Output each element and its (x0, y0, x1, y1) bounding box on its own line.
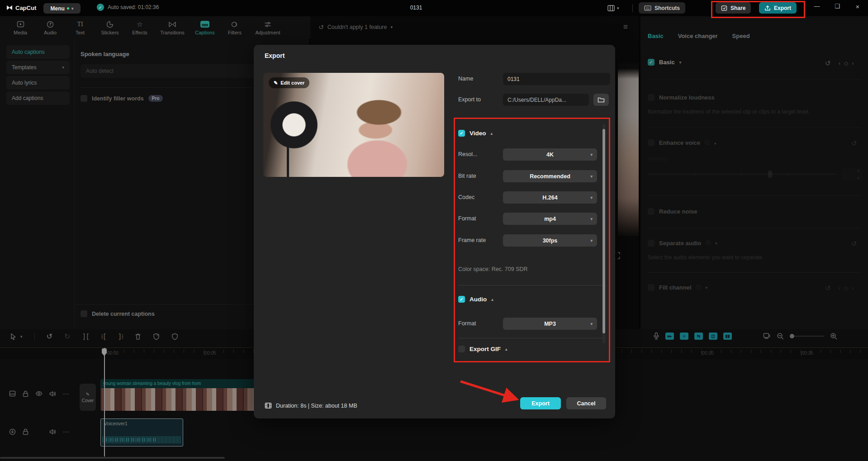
video-checkbox[interactable]: ✓ (458, 130, 465, 137)
audio-checkbox[interactable]: ✓ (458, 296, 465, 303)
export-gif-label: Export GIF (470, 346, 501, 352)
divider (458, 338, 607, 338)
capcut-logo-icon (5, 4, 14, 12)
project-title: 0131 (366, 5, 466, 11)
film-icon (265, 402, 272, 409)
keyboard-icon (644, 5, 651, 11)
name-input[interactable] (503, 73, 610, 85)
framerate-label: Frame rate (458, 237, 486, 243)
resolution-value: 4K (546, 152, 554, 158)
codec-value: H.264 (542, 195, 557, 201)
shortcuts-button[interactable]: Shortcuts (639, 2, 685, 14)
video-section-label: Video (470, 130, 486, 137)
menu-notification-dot (67, 7, 69, 10)
dialog-scrollbar[interactable] (602, 124, 605, 343)
bitrate-label: Bit rate (458, 173, 476, 179)
autosave-label: Auto saved: 01:02:36 (108, 4, 159, 10)
autosave-status: ✓ Auto saved: 01:02:36 (97, 4, 159, 11)
export-path-input[interactable] (503, 94, 589, 106)
ringlight-stand (287, 135, 289, 177)
chevron-down-icon: ▾ (590, 238, 593, 243)
chevron-down-icon: ▾ (71, 6, 74, 11)
format-value: mp4 (544, 216, 556, 222)
maximize-button[interactable]: ❑ (831, 3, 843, 10)
title-bar: CapCut Menu ▾ ✓ Auto saved: 01:02:36 013… (0, 0, 868, 16)
edit-cover-button[interactable]: ✎ Edit cover (269, 77, 309, 88)
divider (632, 4, 633, 12)
export-cover-preview: ✎ Edit cover (263, 73, 444, 177)
export-gif-row: Export GIF ▴ (458, 346, 508, 352)
export-label: Export (774, 5, 791, 11)
minimize-button[interactable]: — (811, 3, 823, 10)
export-gif-checkbox[interactable] (458, 346, 465, 352)
export-summary: Duration: 8s | Size: about 18 MB (265, 402, 357, 409)
resolution-label: Resol... (458, 151, 477, 157)
close-button[interactable]: × (852, 3, 863, 10)
export-icon (764, 5, 771, 11)
chevron-down-icon[interactable]: ▾ (617, 6, 619, 10)
format-dropdown[interactable]: mp4 ▾ (503, 213, 597, 225)
bitrate-dropdown[interactable]: Recommended ▾ (503, 170, 597, 182)
chevron-down-icon: ▾ (590, 322, 593, 326)
chevron-up-icon[interactable]: ▴ (491, 131, 493, 136)
chevron-down-icon: ▾ (590, 217, 593, 221)
pencil-icon: ✎ (274, 80, 278, 86)
share-label: Share (730, 5, 745, 11)
audio-format-label: Format (458, 320, 476, 327)
format-label: Format (458, 215, 476, 222)
audio-format-dropdown[interactable]: MP3 ▾ (503, 318, 597, 330)
dialog-title: Export (265, 52, 285, 59)
video-section-header: ✓ Video ▴ (458, 130, 493, 137)
app-logo-text: CapCut (15, 5, 36, 11)
divider (458, 285, 607, 285)
framerate-value: 30fps (543, 238, 558, 244)
browse-folder-button[interactable] (593, 94, 609, 106)
share-button[interactable]: Share (716, 2, 751, 14)
export-button-topbar[interactable]: Export (759, 2, 797, 14)
audio-section-header: ✓ Audio ▴ (458, 296, 493, 303)
chevron-up-icon[interactable]: ▴ (505, 347, 508, 352)
chevron-up-icon[interactable]: ▴ (491, 297, 493, 302)
name-label: Name (458, 76, 473, 82)
export-to-label: Export to (458, 96, 481, 103)
chevron-down-icon: ▾ (590, 195, 593, 200)
framerate-dropdown[interactable]: 30fps ▾ (503, 234, 597, 247)
color-space-info: Color space: Rec. 709 SDR (458, 266, 528, 272)
capcut-window: CapCut Menu ▾ ✓ Auto saved: 01:02:36 013… (0, 0, 868, 461)
export-dialog: Export ✎ Edit cover Name Export to ✓ Vid… (254, 45, 615, 418)
chevron-down-icon: ▾ (590, 174, 593, 179)
cancel-button[interactable]: Cancel (566, 397, 606, 409)
export-confirm-button[interactable]: Export (520, 397, 561, 409)
shortcuts-label: Shortcuts (655, 5, 680, 11)
codec-dropdown[interactable]: H.264 ▾ (503, 191, 597, 204)
resolution-dropdown[interactable]: 4K ▾ (503, 148, 597, 161)
autosave-check-icon: ✓ (97, 4, 104, 11)
audio-format-value: MP3 (544, 321, 556, 327)
edit-cover-label: Edit cover (280, 80, 304, 86)
layout-panels-icon[interactable] (607, 4, 615, 12)
chevron-down-icon: ▾ (590, 152, 593, 157)
menu-label: Menu (51, 5, 65, 12)
menu-button[interactable]: Menu ▾ (43, 3, 81, 14)
codec-label: Codec (458, 194, 474, 200)
share-icon (721, 5, 727, 11)
scrollbar-thumb[interactable] (602, 129, 605, 333)
audio-section-label: Audio (470, 296, 487, 303)
duration-size-label: Duration: 8s | Size: about 18 MB (276, 403, 357, 409)
folder-icon (598, 97, 605, 103)
bitrate-value: Recommended (530, 173, 570, 180)
